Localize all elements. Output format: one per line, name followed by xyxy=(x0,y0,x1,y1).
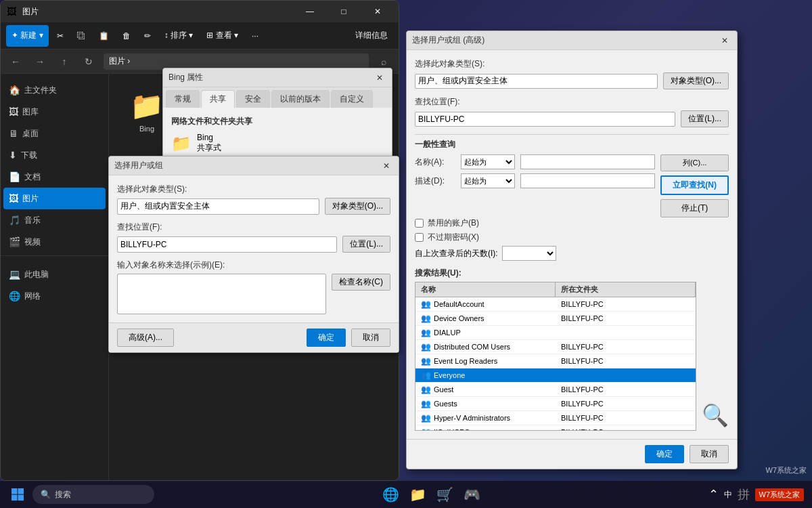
taskbar-app-store[interactable]: 🛒 xyxy=(432,482,457,507)
cancel-button[interactable]: 取消 xyxy=(351,329,390,347)
name-filter-select[interactable]: 起始为 xyxy=(461,154,515,169)
back-button[interactable]: ← xyxy=(6,52,25,71)
refresh-button[interactable]: ↻ xyxy=(79,52,98,71)
paste-button[interactable]: 📋 xyxy=(93,25,114,47)
sidebar-item-music[interactable]: 🎵 音乐 xyxy=(3,209,106,231)
advanced-dialog-close[interactable]: ✕ xyxy=(718,34,731,47)
days-select[interactable] xyxy=(502,246,556,261)
sidebar-item-thispc[interactable]: 💻 此电脑 xyxy=(3,263,106,285)
select-user-close[interactable]: ✕ xyxy=(380,159,393,173)
location-input[interactable] xyxy=(117,236,337,253)
up-button[interactable]: ↑ xyxy=(55,52,74,71)
cut-button[interactable]: ✂ xyxy=(51,25,69,47)
sidebar-item-network[interactable]: 🌐 网络 xyxy=(3,285,106,307)
tab-security[interactable]: 安全 xyxy=(236,90,270,108)
result-name-7: 👥 Guests xyxy=(415,397,556,410)
detail-button[interactable]: 详细信息 xyxy=(350,25,393,47)
desc-filter-select[interactable]: 起始为 xyxy=(461,173,515,188)
no-expire-label: 不过期密码(X) xyxy=(428,232,479,243)
disabled-check-row: 禁用的账户(B) xyxy=(415,217,729,229)
minimize-button[interactable]: — xyxy=(294,1,325,22)
adv-cancel-button[interactable]: 取消 xyxy=(690,445,729,463)
start-button[interactable] xyxy=(5,482,30,507)
select-user-small-dialog: 选择用户或组 ✕ 选择此对象类型(S): 对象类型(O)... 查找位置(F):… xyxy=(108,156,399,353)
result-row-7[interactable]: 👥 Guests BILLYFU-PC xyxy=(415,397,696,411)
result-row-1[interactable]: 👥 Device Owners BILLYFU-PC xyxy=(415,312,696,326)
no-expire-password-checkbox[interactable] xyxy=(415,233,424,242)
sidebar-item-label: 网络 xyxy=(24,291,41,302)
address-path[interactable]: 图片 › xyxy=(104,54,369,70)
adv-location-button[interactable]: 位置(L)... xyxy=(681,110,729,127)
adv-location-input[interactable] xyxy=(415,112,675,127)
result-folder-3: BILLYFU-PC xyxy=(556,340,696,354)
adv-obj-type-input[interactable] xyxy=(415,74,658,89)
desc-filter-input[interactable] xyxy=(520,173,655,188)
result-name-3: 👥 Distributed COM Users xyxy=(415,340,556,354)
adv-obj-type-button[interactable]: 对象类型(O)... xyxy=(663,72,729,89)
name-filter-input[interactable] xyxy=(520,154,655,169)
desktop-icon: 🖥 xyxy=(9,128,18,139)
taskbar-search-box[interactable]: 🔍 搜索 xyxy=(32,485,154,504)
taskbar-pinyin-icon[interactable]: 拼 xyxy=(738,486,750,503)
sidebar-item-documents[interactable]: 📄 文档 xyxy=(3,166,106,188)
view-button[interactable]: ⊞ 查看 ▾ xyxy=(201,25,244,47)
result-row-3[interactable]: 👥 Distributed COM Users BILLYFU-PC xyxy=(415,340,696,354)
taskbar-search-icon: 🔍 xyxy=(41,490,51,499)
close-button[interactable]: ✕ xyxy=(362,1,393,22)
result-row-4[interactable]: 👥 Event Log Readers BILLYFU-PC xyxy=(415,354,696,368)
sidebar-item-gallery[interactable]: 🖼 图库 xyxy=(3,101,106,123)
sidebar-item-home[interactable]: 🏠 主文件夹 xyxy=(3,79,106,101)
results-label: 搜索结果(U): xyxy=(415,268,729,279)
adv-ok-button[interactable]: 确定 xyxy=(645,445,684,463)
advanced-select-user-dialog: 选择用户或组 (高级) ✕ 选择此对象类型(S): 对象类型(O)... 查找位… xyxy=(406,30,738,469)
search-now-button[interactable]: 立即查找(N) xyxy=(660,175,729,195)
delete-button[interactable]: 🗑 xyxy=(117,25,136,47)
rename-button[interactable]: ✏ xyxy=(139,25,156,47)
bing-dialog-close[interactable]: ✕ xyxy=(373,71,386,85)
shared-folder-icon: 📁 xyxy=(171,134,191,153)
columns-button[interactable]: 列(C)... xyxy=(660,154,729,171)
result-row-2[interactable]: 👥 DIALUP xyxy=(415,326,696,340)
sidebar-item-videos[interactable]: 🎬 视频 xyxy=(3,231,106,253)
advanced-dialog-titlebar: 选择用户或组 (高级) ✕ xyxy=(407,31,737,50)
result-row-8[interactable]: 👥 Hyper-V Administrators BILLYFU-PC xyxy=(415,411,696,425)
bing-dialog-title: Bing 属性 xyxy=(168,72,373,83)
result-row-9[interactable]: 👥 IIS_IUSRS BILLYFU-PC xyxy=(415,425,696,431)
result-row-5[interactable]: 👥 Everyone xyxy=(415,368,696,383)
sidebar-item-label: 此电脑 xyxy=(24,269,49,280)
advanced-button[interactable]: 高级(A)... xyxy=(117,329,174,347)
more-button[interactable]: ··· xyxy=(246,25,264,47)
taskbar-app-edge[interactable]: 🌐 xyxy=(378,482,403,507)
forward-button[interactable]: → xyxy=(30,52,49,71)
new-button[interactable]: ✦ 新建 ▾ xyxy=(6,25,49,47)
sidebar-item-desktop[interactable]: 🖥 桌面 xyxy=(3,123,106,144)
ok-button[interactable]: 确定 xyxy=(307,329,346,347)
check-names-button[interactable]: 检查名称(C) xyxy=(332,274,390,291)
sidebar-item-downloads[interactable]: ⬇ 下载 xyxy=(3,144,106,166)
copy-button[interactable]: ⿻ xyxy=(72,25,91,47)
result-row-6[interactable]: 👥 Guest BILLYFU-PC xyxy=(415,383,696,397)
taskbar-lang[interactable]: 中 xyxy=(724,489,732,501)
tab-general[interactable]: 常规 xyxy=(166,90,200,108)
tab-share[interactable]: 共享 xyxy=(201,90,235,108)
tab-previous[interactable]: 以前的版本 xyxy=(271,90,330,108)
maximize-button[interactable]: □ xyxy=(328,1,359,22)
general-query-section: 一般性查询 名称(A): 起始为 描述(D): xyxy=(415,139,729,261)
sidebar-item-pictures[interactable]: 🖼 图片 xyxy=(3,188,106,209)
name-query-row: 名称(A): 起始为 xyxy=(415,154,655,169)
results-with-icon: 名称 所在文件夹 👥 DefaultAccount BILLYFU-PC xyxy=(415,282,729,431)
query-fields: 名称(A): 起始为 描述(D): 起始为 xyxy=(415,154,655,192)
taskbar-sys-icons[interactable]: ⌃ xyxy=(708,487,719,502)
disabled-accounts-checkbox[interactable] xyxy=(415,219,424,228)
sort-button[interactable]: ↕ 排序 ▾ xyxy=(159,25,199,47)
object-name-textarea[interactable] xyxy=(117,274,326,314)
result-row-0[interactable]: 👥 DefaultAccount BILLYFU-PC xyxy=(415,297,696,312)
obj-type-input[interactable] xyxy=(117,198,319,215)
taskbar-app-game[interactable]: 🎮 xyxy=(459,482,484,507)
obj-type-button[interactable]: 对象类型(O)... xyxy=(325,198,390,215)
location-button[interactable]: 位置(L)... xyxy=(342,236,390,253)
stop-button[interactable]: 停止(T) xyxy=(660,199,729,217)
tab-customize[interactable]: 自定义 xyxy=(331,90,373,108)
result-name-5: 👥 Everyone xyxy=(415,368,556,382)
taskbar-app-explorer[interactable]: 📁 xyxy=(405,482,430,507)
